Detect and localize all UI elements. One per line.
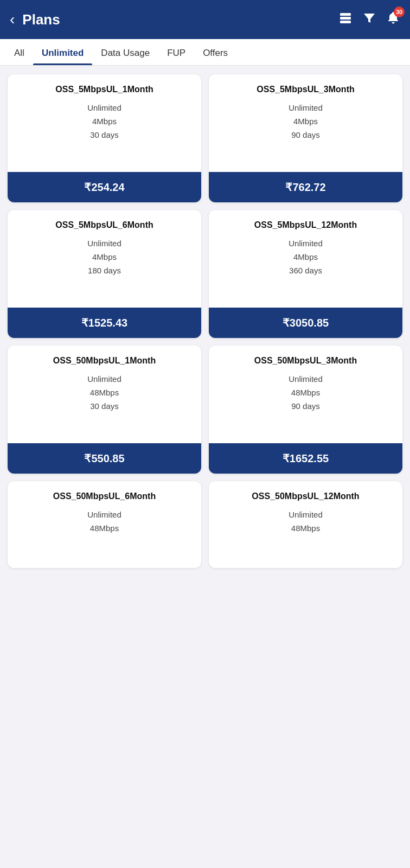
plan-card-oss50-3month[interactable]: OSS_50MbpsUL_3Month Unlimited 48Mbps 90 … xyxy=(209,346,402,474)
tab-fup[interactable]: FUP xyxy=(158,39,194,65)
plan-price-button[interactable]: ₹550.85 xyxy=(8,443,201,474)
plan-data: Unlimited xyxy=(216,239,395,248)
plan-validity: 30 days xyxy=(15,401,194,411)
plan-price-button[interactable]: ₹3050.85 xyxy=(209,308,402,338)
plan-card-body: OSS_50MbpsUL_1Month Unlimited 48Mbps 30 … xyxy=(8,346,201,443)
plan-data: Unlimited xyxy=(216,374,395,384)
list-view-icon[interactable] xyxy=(338,11,353,28)
plan-name: OSS_5MbpsUL_6Month xyxy=(15,220,194,231)
plan-card-oss50-12month[interactable]: OSS_50MbpsUL_12Month Unlimited 48Mbps xyxy=(209,481,402,568)
plan-data: Unlimited xyxy=(15,510,194,519)
header-icons: 30 xyxy=(338,11,400,28)
plan-price-button[interactable]: ₹1652.55 xyxy=(209,443,402,474)
svg-rect-0 xyxy=(340,13,351,16)
plan-card-body: OSS_50MbpsUL_12Month Unlimited 48Mbps xyxy=(209,481,402,568)
plan-speed: 48Mbps xyxy=(15,524,194,533)
plan-name: OSS_50MbpsUL_12Month xyxy=(216,491,395,502)
header: ‹ Plans 30 xyxy=(0,0,410,39)
plan-validity: 30 days xyxy=(15,130,194,139)
page-title: Plans xyxy=(22,11,338,28)
plan-name: OSS_50MbpsUL_6Month xyxy=(15,491,194,502)
plan-name: OSS_50MbpsUL_1Month xyxy=(15,355,194,367)
plan-card-body: OSS_5MbpsUL_3Month Unlimited 4Mbps 90 da… xyxy=(209,74,402,172)
notification-icon[interactable]: 30 xyxy=(386,11,400,28)
plan-data: Unlimited xyxy=(15,239,194,248)
tab-all[interactable]: All xyxy=(5,39,33,65)
tab-unlimited[interactable]: Unlimited xyxy=(33,39,92,65)
tabs-bar: All Unlimited Data Usage FUP Offers xyxy=(0,39,410,66)
plan-name: OSS_50MbpsUL_3Month xyxy=(216,355,395,367)
plan-card-oss5-3month[interactable]: OSS_5MbpsUL_3Month Unlimited 4Mbps 90 da… xyxy=(209,74,402,202)
plan-price-button[interactable]: ₹762.72 xyxy=(209,172,402,202)
plan-name: OSS_5MbpsUL_3Month xyxy=(216,84,395,95)
plan-name: OSS_5MbpsUL_1Month xyxy=(15,84,194,95)
plan-speed: 4Mbps xyxy=(216,252,395,261)
plan-price-button[interactable]: ₹1525.43 xyxy=(8,308,201,338)
plan-card-oss50-1month[interactable]: OSS_50MbpsUL_1Month Unlimited 48Mbps 30 … xyxy=(8,346,201,474)
plan-card-body: OSS_50MbpsUL_6Month Unlimited 48Mbps xyxy=(8,481,201,568)
plan-card-body: OSS_5MbpsUL_1Month Unlimited 4Mbps 30 da… xyxy=(8,74,201,172)
tab-data-usage[interactable]: Data Usage xyxy=(92,39,158,65)
plan-data: Unlimited xyxy=(15,374,194,384)
notification-badge: 30 xyxy=(394,7,405,17)
plan-speed: 4Mbps xyxy=(216,117,395,126)
plan-validity: 180 days xyxy=(15,266,194,275)
plans-container: OSS_5MbpsUL_1Month Unlimited 4Mbps 30 da… xyxy=(0,66,410,584)
plan-price-button[interactable]: ₹254.24 xyxy=(8,172,201,202)
plan-speed: 48Mbps xyxy=(216,388,395,397)
plan-card-oss50-6month[interactable]: OSS_50MbpsUL_6Month Unlimited 48Mbps xyxy=(8,481,201,568)
plan-speed: 4Mbps xyxy=(15,117,194,126)
svg-rect-1 xyxy=(340,17,351,20)
plan-data: Unlimited xyxy=(15,103,194,112)
tab-offers[interactable]: Offers xyxy=(194,39,236,65)
plan-validity: 90 days xyxy=(216,401,395,411)
plan-card-oss5-12month[interactable]: OSS_5MbpsUL_12Month Unlimited 4Mbps 360 … xyxy=(209,210,402,338)
plan-card-body: OSS_5MbpsUL_6Month Unlimited 4Mbps 180 d… xyxy=(8,210,201,308)
plan-validity: 360 days xyxy=(216,266,395,275)
plans-row-2: OSS_5MbpsUL_6Month Unlimited 4Mbps 180 d… xyxy=(8,210,402,338)
plans-row-1: OSS_5MbpsUL_1Month Unlimited 4Mbps 30 da… xyxy=(8,74,402,202)
plan-card-body: OSS_5MbpsUL_12Month Unlimited 4Mbps 360 … xyxy=(209,210,402,308)
plan-data: Unlimited xyxy=(216,103,395,112)
plan-speed: 4Mbps xyxy=(15,252,194,261)
plan-card-oss5-6month[interactable]: OSS_5MbpsUL_6Month Unlimited 4Mbps 180 d… xyxy=(8,210,201,338)
svg-rect-2 xyxy=(340,21,351,23)
plan-name: OSS_5MbpsUL_12Month xyxy=(216,220,395,231)
plans-row-3: OSS_50MbpsUL_1Month Unlimited 48Mbps 30 … xyxy=(8,346,402,474)
plans-row-4: OSS_50MbpsUL_6Month Unlimited 48Mbps OSS… xyxy=(8,481,402,568)
plan-data: Unlimited xyxy=(216,510,395,519)
plan-card-body: OSS_50MbpsUL_3Month Unlimited 48Mbps 90 … xyxy=(209,346,402,443)
plan-validity: 90 days xyxy=(216,130,395,139)
back-button[interactable]: ‹ xyxy=(10,12,15,27)
plan-speed: 48Mbps xyxy=(15,388,194,397)
plan-card-oss5-1month[interactable]: OSS_5MbpsUL_1Month Unlimited 4Mbps 30 da… xyxy=(8,74,201,202)
filter-icon[interactable] xyxy=(362,11,376,28)
plan-speed: 48Mbps xyxy=(216,524,395,533)
